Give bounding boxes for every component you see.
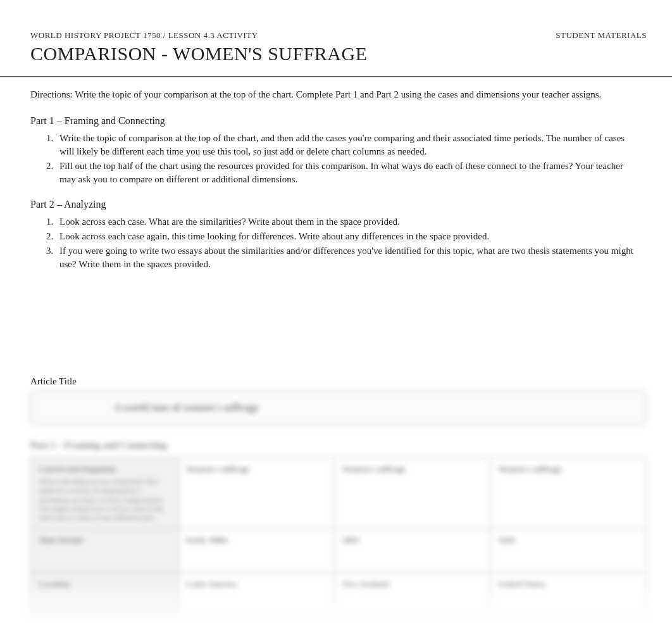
table-cell: Women's suffrage xyxy=(490,458,647,529)
table-row: Location Latin America New Zealand Unite… xyxy=(31,573,647,617)
page-title: COMPARISON - WOMEN'S SUFFRAGE xyxy=(0,41,672,76)
table-row: Case/Event/Organism What is the thing yo… xyxy=(31,458,647,529)
article-title-label: Article Title xyxy=(0,281,672,391)
part1-list: Write the topic of comparison at the top… xyxy=(0,132,672,196)
table-cell: Latin America xyxy=(178,573,334,617)
list-item: Look across each case. What are the simi… xyxy=(56,215,642,230)
blur-part1-heading: Part 1 – Framing and Connecting xyxy=(30,440,647,451)
course-label: WORLD HISTORY PROJECT 1750 / LESSON 4.3 … xyxy=(30,30,258,41)
document-page: WORLD HISTORY PROJECT 1750 / LESSON 4.3 … xyxy=(0,0,672,637)
table-row: Time Period Early 1900s 1893 1920 xyxy=(31,529,647,573)
comparison-chart: Case/Event/Organism What is the thing yo… xyxy=(30,457,647,617)
row-label-case: Case/Event/Organism What is the thing yo… xyxy=(31,458,179,529)
row-label-time: Time Period xyxy=(31,529,179,573)
table-cell: 1893 xyxy=(335,529,490,573)
row-label-location: Location xyxy=(31,573,179,617)
table-cell: 1920 xyxy=(490,529,647,573)
part2-heading: Part 2 – Analyzing xyxy=(0,196,672,215)
table-cell: New Zealand xyxy=(335,573,490,617)
blurred-preview: A world tour of women's suffrage Part 1 … xyxy=(0,391,672,637)
list-item: If you were going to write two essays ab… xyxy=(56,244,642,272)
part2-list: Look across each case. What are the simi… xyxy=(0,215,672,281)
topic-title-text: A world tour of women's suffrage xyxy=(44,402,633,413)
table-cell: Early 1900s xyxy=(178,529,334,573)
part1-heading: Part 1 – Framing and Connecting xyxy=(0,113,672,132)
title-divider xyxy=(0,76,672,77)
table-cell: Women's suffrage xyxy=(335,458,490,529)
table-cell: United States xyxy=(490,573,647,617)
topic-title-box: A world tour of women's suffrage xyxy=(30,391,647,425)
student-materials-label: STUDENT MATERIALS xyxy=(556,30,647,41)
header-row: WORLD HISTORY PROJECT 1750 / LESSON 4.3 … xyxy=(0,0,672,41)
list-item: Fill out the top half of the chart using… xyxy=(56,160,642,187)
directions-text: Directions: Write the topic of your comp… xyxy=(0,88,672,113)
list-item: Write the topic of comparison at the top… xyxy=(56,132,642,160)
table-cell: Women's suffrage xyxy=(178,458,334,529)
list-item: Look across each case again, this time l… xyxy=(56,230,642,244)
